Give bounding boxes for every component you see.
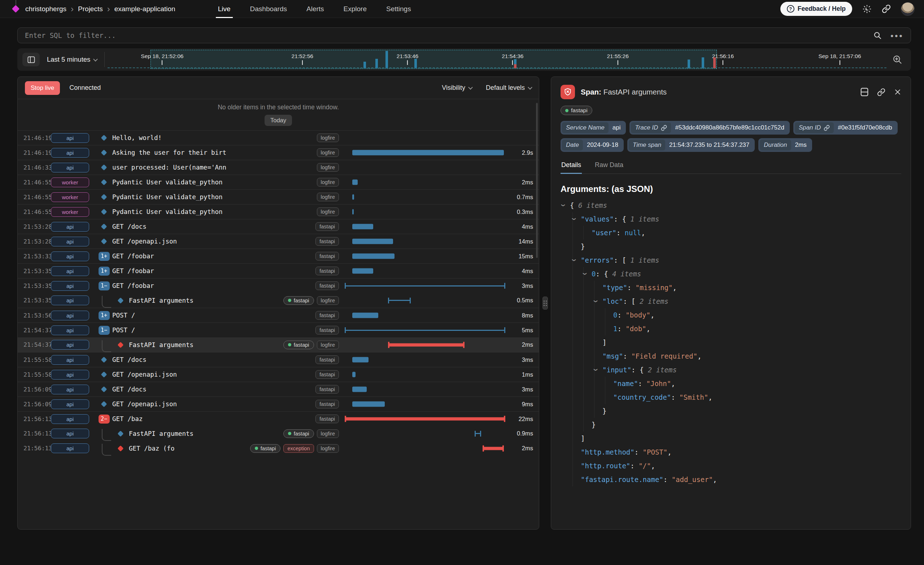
- tag-logfire[interactable]: logfire: [317, 133, 339, 142]
- panel-resize-handle[interactable]: [543, 297, 548, 310]
- tab-details[interactable]: Details: [561, 161, 582, 174]
- tab-alerts[interactable]: Alerts: [306, 0, 324, 18]
- table-row[interactable]: 21:56:09apiGET /openapi.jsonfastapi9ms: [18, 397, 539, 411]
- tag-logfire[interactable]: logfire: [317, 429, 339, 438]
- tag-logfire[interactable]: logfire: [317, 178, 339, 187]
- timeline-selection[interactable]: [150, 50, 717, 69]
- close-icon[interactable]: [894, 88, 901, 96]
- json-line[interactable]: "http.method": "POST",: [561, 445, 901, 459]
- service-tag-api[interactable]: api: [51, 370, 89, 379]
- json-line[interactable]: ]: [561, 432, 901, 445]
- collapse-badge[interactable]: 1+: [99, 311, 110, 320]
- table-row[interactable]: 21:56:09apiGET /docsfastapi3ms: [18, 382, 539, 397]
- breadcrumb-item-example-application[interactable]: example-application: [114, 5, 176, 13]
- table-row[interactable]: 21:53:35apiFastAPI argumentsfastapilogfi…: [18, 293, 539, 308]
- zoom-in-icon[interactable]: [892, 54, 902, 64]
- tab-explore[interactable]: Explore: [344, 0, 367, 18]
- logfire-logo[interactable]: [11, 0, 20, 18]
- tag-fastapi[interactable]: fastapi: [250, 444, 281, 453]
- table-row[interactable]: 21:46:33apiuser processed: User(name='An…: [18, 160, 539, 175]
- json-line[interactable]: "http.route": "/",: [561, 459, 901, 473]
- table-row[interactable]: 21:53:35api1+GET /foobarfastapi4ms: [18, 263, 539, 278]
- chevron-down-icon[interactable]: ❯: [567, 217, 581, 220]
- copy-link-icon[interactable]: [877, 88, 885, 96]
- chevron-down-icon[interactable]: ❯: [589, 369, 603, 371]
- table-row[interactable]: 21:46:55workerPydantic User validate_pyt…: [18, 175, 539, 189]
- link-icon[interactable]: [661, 125, 667, 131]
- service-tag-api[interactable]: api: [51, 133, 89, 143]
- tab-settings[interactable]: Settings: [386, 0, 411, 18]
- tag-fastapi[interactable]: fastapi: [315, 415, 339, 423]
- search-icon[interactable]: [873, 31, 882, 40]
- service-tag-api[interactable]: api: [51, 222, 89, 232]
- chevron-down-icon[interactable]: ❯: [578, 273, 592, 275]
- tag-fastapi[interactable]: fastapi: [315, 370, 339, 379]
- user-avatar[interactable]: [901, 2, 915, 16]
- service-tag-api[interactable]: api: [51, 295, 89, 305]
- tag-logfire[interactable]: logfire: [317, 163, 339, 172]
- table-row[interactable]: 21:46:55workerPydantic User validate_pyt…: [18, 189, 539, 204]
- collapse-badge[interactable]: 1−: [99, 282, 110, 291]
- service-tag-api[interactable]: api: [51, 266, 89, 276]
- json-line[interactable]: ❯"errors": [ 1 items: [561, 253, 901, 267]
- more-options-icon[interactable]: ●●●: [890, 33, 903, 39]
- service-tag-api[interactable]: api: [51, 325, 89, 335]
- json-line[interactable]: ❯"loc": [ 2 items: [561, 294, 901, 308]
- tag-exception[interactable]: exception: [284, 444, 314, 453]
- tag-fastapi[interactable]: fastapi: [315, 326, 339, 334]
- stop-live-button[interactable]: Stop live: [25, 81, 60, 95]
- scrollbar-thumb[interactable]: [536, 103, 538, 258]
- service-tag-api[interactable]: api: [51, 340, 89, 349]
- service-tag-worker[interactable]: worker: [51, 192, 89, 202]
- table-row[interactable]: 21:53:56api1+POST /fastapi8ms: [18, 308, 539, 322]
- theme-toggle-icon[interactable]: [862, 4, 872, 14]
- service-tag-api[interactable]: api: [51, 237, 89, 246]
- default-levels-dropdown[interactable]: Default levels: [486, 84, 532, 91]
- tag-logfire[interactable]: logfire: [317, 193, 339, 201]
- tag-fastapi[interactable]: fastapi: [284, 429, 314, 438]
- json-line[interactable]: }: [561, 404, 901, 418]
- json-line[interactable]: "country_code": "Smith",: [561, 390, 901, 404]
- table-row[interactable]: 21:56:13apiFastAPI argumentsfastapilogfi…: [18, 426, 539, 441]
- tag-fastapi[interactable]: fastapi: [315, 222, 339, 231]
- table-row[interactable]: 21:55:58apiGET /docsfastapi3ms: [18, 352, 539, 367]
- json-line[interactable]: ❯{ 6 items: [561, 198, 901, 212]
- service-tag-worker[interactable]: worker: [51, 207, 89, 217]
- table-row[interactable]: 21:46:19apiAsking the user for their bir…: [18, 145, 539, 160]
- json-line[interactable]: ❯"values": { 1 items: [561, 212, 901, 226]
- timeline[interactable]: Sep 18, 21:52:0621:52:5621:53:4621:54:36…: [108, 48, 886, 71]
- tag-fastapi[interactable]: fastapi: [284, 296, 314, 305]
- json-line[interactable]: ❯0: { 4 items: [561, 267, 901, 281]
- service-tag-api[interactable]: api: [51, 355, 89, 365]
- json-line[interactable]: "msg": "Field required",: [561, 349, 901, 363]
- service-tag-api[interactable]: api: [51, 163, 89, 172]
- json-line[interactable]: ]: [561, 336, 901, 349]
- link-icon[interactable]: [824, 125, 830, 131]
- service-tag-api[interactable]: api: [51, 281, 89, 291]
- table-row[interactable]: 21:53:33api1+GET /foobarfastapi15ms: [18, 249, 539, 263]
- json-line[interactable]: "name": "John",: [561, 377, 901, 390]
- tag-fastapi[interactable]: fastapi: [315, 400, 339, 408]
- chevron-down-icon[interactable]: ❯: [567, 259, 581, 262]
- chevron-down-icon[interactable]: ❯: [561, 204, 570, 207]
- tag-logfire[interactable]: logfire: [317, 296, 339, 305]
- json-line[interactable]: }: [561, 240, 901, 253]
- tag-fastapi[interactable]: fastapi: [315, 282, 339, 290]
- service-tag-api[interactable]: api: [51, 252, 89, 261]
- time-range-dropdown[interactable]: Last 5 minutes: [40, 55, 104, 63]
- json-line[interactable]: }: [561, 418, 901, 432]
- collapse-badge[interactable]: 1+: [99, 267, 110, 276]
- table-row[interactable]: 21:55:58apiGET /openapi.jsonfastapi1ms: [18, 367, 539, 382]
- sql-filter-input[interactable]: [25, 31, 873, 39]
- tag-fastapi[interactable]: fastapi: [315, 252, 339, 261]
- tag-fastapi[interactable]: fastapi: [315, 385, 339, 394]
- tab-dashboards[interactable]: Dashboards: [250, 0, 287, 18]
- service-tag-api[interactable]: api: [51, 444, 89, 453]
- fastapi-tag[interactable]: fastapi: [561, 106, 592, 115]
- table-row[interactable]: 21:46:55workerPydantic User validate_pyt…: [18, 204, 539, 219]
- today-button[interactable]: Today: [265, 115, 292, 126]
- service-tag-api[interactable]: api: [51, 311, 89, 321]
- tag-fastapi[interactable]: fastapi: [315, 267, 339, 275]
- tag-logfire[interactable]: logfire: [317, 207, 339, 216]
- breadcrumb-item-christophergs[interactable]: christophergs: [25, 5, 66, 13]
